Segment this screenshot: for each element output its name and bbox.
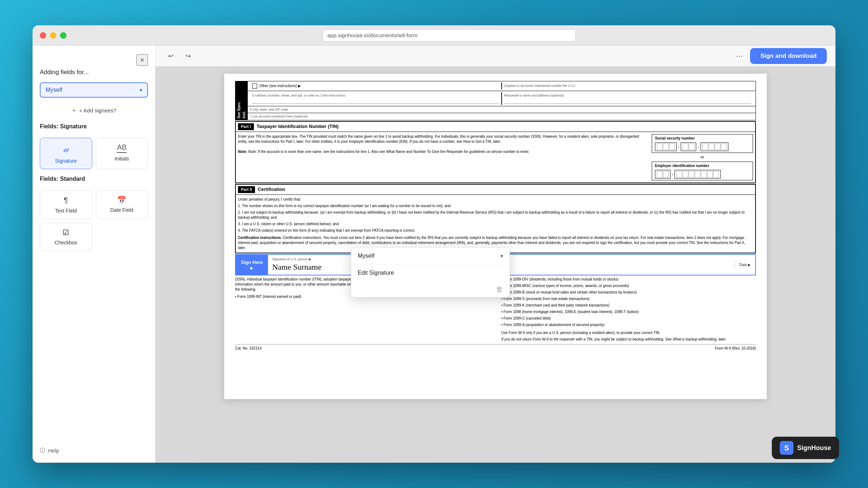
spec-row-6: 6 City, state, and ZIP code (248, 106, 756, 114)
cert-2: 2. I am not subject to backup withholdin… (238, 210, 753, 220)
spec-box: See Spec.inst. Other (see instructions) … (235, 81, 756, 120)
ein-cell[interactable] (713, 171, 719, 177)
redo-button[interactable]: ↪ (182, 50, 195, 63)
ssn-cell[interactable] (657, 144, 663, 150)
bullet9: • Form 1099-A (acquisition or abandonmen… (501, 322, 756, 328)
ein-cell[interactable] (689, 171, 694, 177)
ein-cell[interactable] (657, 171, 663, 177)
initials-icon: AB (117, 143, 127, 153)
ein-box: Employer identification number - (652, 162, 753, 180)
url-text: app.signhouse.io/documents/w9-form (327, 32, 417, 38)
plus-icon: ＋ (71, 107, 77, 114)
ssn-cell[interactable] (663, 144, 669, 150)
checkbox-label: Checkbox (55, 240, 77, 245)
sign-download-button[interactable]: Sign and download (750, 48, 827, 64)
doc-area[interactable]: See Spec.inst. Other (see instructions) … (156, 67, 835, 463)
dropdown-header[interactable]: Myself ▾ (351, 248, 510, 265)
date-field-card[interactable]: 📅 Date Field (96, 190, 148, 219)
dropdown-selected-text: Myself (358, 253, 374, 259)
ein-cell[interactable] (707, 171, 713, 177)
signhouse-brand-name: SignHouse (797, 444, 831, 452)
cert-intro: Under penalties of perjury, I certify th… (238, 197, 753, 202)
edit-signature-option[interactable]: Edit Signature (351, 265, 510, 282)
cert-3: 3. I am a U.S. citizen or other U.S. per… (238, 222, 753, 227)
ein-cell[interactable] (663, 171, 669, 177)
ssn-box: Social security number (652, 134, 753, 153)
ssn-cell[interactable] (709, 144, 714, 150)
ein-cell[interactable] (695, 171, 701, 177)
dropdown-footer: 🗑 (351, 282, 510, 297)
part1-label: Part I (238, 123, 254, 130)
applies-label: (Applies to accounts maintained outside … (504, 84, 575, 87)
ssn-cell[interactable] (715, 144, 720, 150)
dropdown-popup: Myself ▾ Edit Signature 🗑 (351, 247, 510, 297)
bullet7: • Form 1098 (home mortgage interest), 10… (501, 309, 756, 314)
text-field-card[interactable]: ¶ Text Field (40, 190, 92, 219)
close-button[interactable]: × (136, 54, 148, 66)
part1-note-label: Note: (238, 150, 247, 154)
ein-cell[interactable] (676, 171, 682, 177)
w9-form: See Spec.inst. Other (see instructions) … (224, 74, 767, 358)
signature-label: Signature (55, 158, 77, 164)
more-options-button[interactable]: ··· (733, 50, 746, 63)
row5-right-label: Requester's name and address (optional) (504, 93, 751, 98)
spec-label: See Spec.inst. (235, 81, 248, 120)
bullet3: • Form 1099-MISC (various types of incom… (501, 283, 756, 288)
ein-cell[interactable] (682, 171, 688, 177)
or-label: or (652, 153, 753, 161)
date-area[interactable]: Date ▶ (735, 260, 755, 270)
help-button[interactable]: ⓘ Help (40, 447, 148, 454)
ssn-fields: - - (655, 142, 750, 151)
ssn-cell[interactable] (669, 144, 675, 150)
main-content: ↩ ↪ ··· Sign and download See Spec.inst. (156, 46, 835, 463)
minimize-window-button[interactable] (50, 32, 56, 39)
part1-title: Taxpayer Identification Number (TIN) (257, 123, 339, 130)
part-2-block: Part II Certification Under penalties of… (235, 184, 756, 253)
sign-here-box: Sign Here ▶ (236, 255, 268, 275)
toolbar-right: ··· Sign and download (733, 48, 827, 64)
checkbox-icon: ☑ (63, 228, 69, 237)
ssn-cell[interactable] (689, 144, 694, 150)
spec-row-4: Other (see instructions) ▶ (Applies to a… (248, 81, 756, 91)
text-icon: ¶ (64, 196, 68, 205)
signature-field-card[interactable]: 𝒶 Signature (40, 138, 92, 169)
signhouse-logo: S (780, 441, 793, 455)
ein-cell[interactable] (701, 171, 707, 177)
other-instructions-label: Other (see instructions) ▶ (259, 84, 301, 89)
undo-button[interactable]: ↩ (164, 50, 177, 63)
bottom-right: • Form 1099-DIV (dividends, including th… (495, 277, 756, 342)
left-panel: × Adding fields for... Myself ▾ ＋ + Add … (33, 46, 156, 463)
ssn-seg-3 (701, 142, 728, 151)
spec-row-7: 7 List account number(s) here (optional) (248, 113, 756, 120)
delete-icon[interactable]: 🗑 (496, 285, 503, 294)
form-id: Form W-9 (Rev. 10-2018) (715, 346, 756, 351)
ssn-cell[interactable] (721, 144, 727, 150)
ssn-cell[interactable] (702, 144, 708, 150)
calendar-icon: 📅 (117, 196, 126, 204)
checkbox-field-card[interactable]: ☑ Checkbox (40, 223, 92, 251)
signee-dropdown[interactable]: Myself ▾ (40, 82, 148, 98)
sign-here-label: Sign Here (241, 259, 263, 266)
add-signees-label: + Add signees? (79, 107, 116, 114)
part1-note-text: Note: If the account is in more than one… (248, 150, 529, 154)
spec-rows: Other (see instructions) ▶ (Applies to a… (248, 81, 756, 120)
sign-here-arrow: ▶ (250, 266, 253, 271)
initials-field-card[interactable]: AB Initials (96, 138, 148, 169)
signhouse-logo-letter: S (784, 444, 789, 452)
part2-body: Under penalties of perjury, I certify th… (236, 195, 755, 253)
standard-fields-grid: ¶ Text Field 📅 Date Field ☑ Checkbox (40, 190, 148, 251)
cert-1: 1. The number shown on this form is my c… (238, 204, 753, 209)
ein-dash: - (671, 172, 674, 177)
bullet4: • Form 1099-B (stock or mutual fund sale… (501, 290, 756, 295)
ssn-seg-1 (655, 142, 677, 151)
maximize-window-button[interactable] (60, 32, 67, 39)
close-window-button[interactable] (40, 32, 46, 39)
bullet2: • Form 1099-DIV (dividends, including th… (501, 277, 756, 282)
browser-window: app.signhouse.io/documents/w9-form × Add… (33, 25, 835, 463)
ssn-cell[interactable] (682, 144, 688, 150)
part2-label: Part II (238, 186, 255, 193)
add-signees-button[interactable]: ＋ + Add signees? (40, 104, 148, 117)
ssn-dash-2: - (697, 144, 699, 149)
signhouse-badge: S SignHouse (772, 437, 839, 459)
url-bar[interactable]: app.signhouse.io/documents/w9-form (323, 29, 576, 42)
